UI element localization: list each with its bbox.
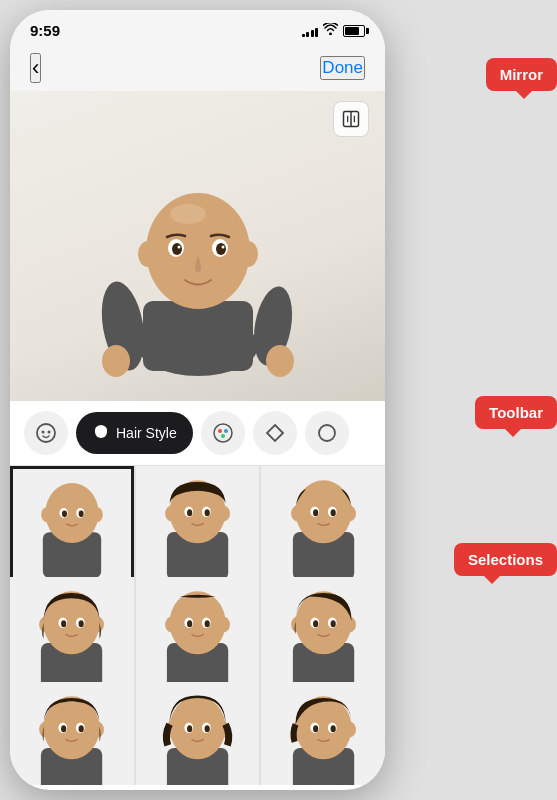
- top-nav: ‹ Done: [10, 45, 385, 91]
- svg-point-86: [92, 722, 104, 738]
- svg-point-20: [42, 431, 45, 434]
- svg-point-12: [216, 243, 226, 255]
- face-icon: [35, 422, 57, 444]
- hair-style-button[interactable]: Hair Style: [76, 412, 193, 454]
- signal-icon: [302, 25, 319, 37]
- svg-point-63: [79, 620, 84, 627]
- avatar-character: [88, 106, 308, 386]
- selection-item[interactable]: [10, 682, 134, 785]
- svg-point-108: [330, 725, 335, 732]
- avatar-preview-6: [19, 691, 124, 785]
- svg-point-71: [187, 620, 192, 627]
- hair-style-label: Hair Style: [116, 425, 177, 441]
- toolbar: Hair Style: [10, 401, 385, 466]
- avatar-area: [10, 91, 385, 401]
- shape-tool-button[interactable]: [253, 411, 297, 455]
- svg-point-6: [138, 241, 158, 267]
- svg-point-40: [165, 506, 177, 522]
- avatar-preview-3: [19, 586, 124, 691]
- more-icon: [317, 423, 337, 443]
- svg-point-17: [102, 345, 130, 377]
- svg-point-25: [224, 429, 228, 433]
- svg-point-85: [39, 722, 51, 738]
- svg-point-66: [169, 592, 225, 655]
- more-tool-button[interactable]: [305, 411, 349, 455]
- svg-point-89: [61, 725, 66, 732]
- wifi-icon: [323, 23, 338, 38]
- svg-point-80: [313, 620, 318, 627]
- selection-item[interactable]: [10, 466, 134, 590]
- svg-point-32: [91, 507, 103, 522]
- done-button[interactable]: Done: [320, 56, 365, 80]
- svg-point-58: [39, 617, 51, 633]
- svg-point-50: [343, 506, 355, 522]
- status-bar: 9:59: [10, 10, 385, 45]
- svg-point-44: [187, 509, 192, 516]
- mirror-annotation: Mirror: [486, 58, 557, 91]
- selection-item[interactable]: [261, 466, 385, 590]
- svg-point-76: [291, 617, 303, 633]
- svg-point-107: [313, 725, 318, 732]
- svg-point-48: [295, 481, 351, 544]
- svg-rect-3: [143, 301, 253, 371]
- svg-point-62: [61, 620, 66, 627]
- battery-icon: [343, 25, 365, 37]
- avatar-preview-0: [22, 478, 122, 578]
- hair-icon: [92, 422, 110, 444]
- back-button[interactable]: ‹: [30, 53, 41, 83]
- svg-point-72: [204, 620, 209, 627]
- svg-point-53: [313, 509, 318, 516]
- svg-point-27: [319, 425, 335, 441]
- svg-point-59: [92, 617, 104, 633]
- svg-point-104: [343, 722, 355, 738]
- svg-point-13: [177, 246, 180, 249]
- svg-point-45: [204, 509, 209, 516]
- selection-item[interactable]: [136, 466, 260, 590]
- svg-point-68: [218, 617, 230, 633]
- color-tool-button[interactable]: [201, 411, 245, 455]
- status-icons: [302, 23, 366, 38]
- toolbar-annotation: Toolbar: [475, 396, 557, 429]
- svg-point-30: [45, 483, 98, 543]
- svg-point-67: [165, 617, 177, 633]
- avatar-preview-5: [271, 586, 376, 691]
- svg-point-54: [330, 509, 335, 516]
- svg-point-99: [204, 725, 209, 732]
- shape-icon: [265, 423, 285, 443]
- svg-point-14: [221, 246, 224, 249]
- svg-point-36: [78, 510, 83, 517]
- battery-fill: [345, 27, 359, 35]
- svg-point-19: [37, 424, 55, 442]
- status-time: 9:59: [30, 22, 60, 39]
- svg-point-24: [218, 429, 222, 433]
- svg-point-31: [41, 507, 53, 522]
- avatar-preview-2: [271, 475, 376, 580]
- svg-point-41: [218, 506, 230, 522]
- phone-wrapper: Mirror Toolbar Selections 9:59: [0, 0, 557, 800]
- selection-item[interactable]: [136, 682, 260, 785]
- svg-point-35: [62, 510, 67, 517]
- svg-point-49: [291, 506, 303, 522]
- phone-frame: 9:59: [10, 10, 385, 790]
- selections-annotation: Selections: [454, 543, 557, 576]
- avatar-preview-4: [145, 586, 250, 691]
- avatar-preview-8: [271, 691, 376, 785]
- selections-grid: [10, 466, 385, 785]
- svg-point-77: [343, 617, 355, 633]
- mirror-button[interactable]: [333, 101, 369, 137]
- mirror-icon: [341, 109, 361, 129]
- face-tool-button[interactable]: [24, 411, 68, 455]
- svg-point-21: [48, 431, 51, 434]
- svg-point-93: [169, 697, 225, 760]
- svg-point-81: [330, 620, 335, 627]
- svg-point-11: [172, 243, 182, 255]
- svg-point-26: [221, 434, 225, 438]
- avatar-preview-1: [145, 475, 250, 580]
- svg-point-7: [238, 241, 258, 267]
- color-icon: [212, 422, 234, 444]
- svg-point-8: [170, 204, 206, 224]
- content-area: Hair Style: [10, 91, 385, 785]
- selection-item[interactable]: [261, 682, 385, 785]
- svg-point-18: [266, 345, 294, 377]
- svg-point-98: [187, 725, 192, 732]
